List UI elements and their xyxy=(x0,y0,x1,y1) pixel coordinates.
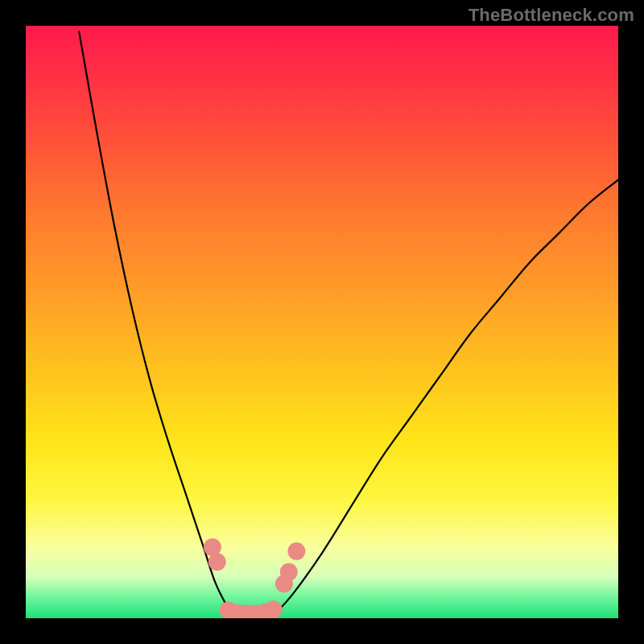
chart-overlay-svg xyxy=(26,26,618,618)
watermark-text: TheBottleneck.com xyxy=(469,5,634,26)
plot-area xyxy=(26,26,618,618)
bead-markers-group xyxy=(204,539,306,618)
bead-right-c xyxy=(287,543,305,560)
chart-frame: TheBottleneck.com xyxy=(0,0,644,644)
curve-right-branch xyxy=(275,180,618,613)
bead-right-b xyxy=(280,564,298,581)
bead-bottom-f xyxy=(265,601,283,618)
curve-group xyxy=(79,31,618,617)
bead-left-lower xyxy=(208,553,226,571)
curve-left-branch xyxy=(79,31,233,615)
